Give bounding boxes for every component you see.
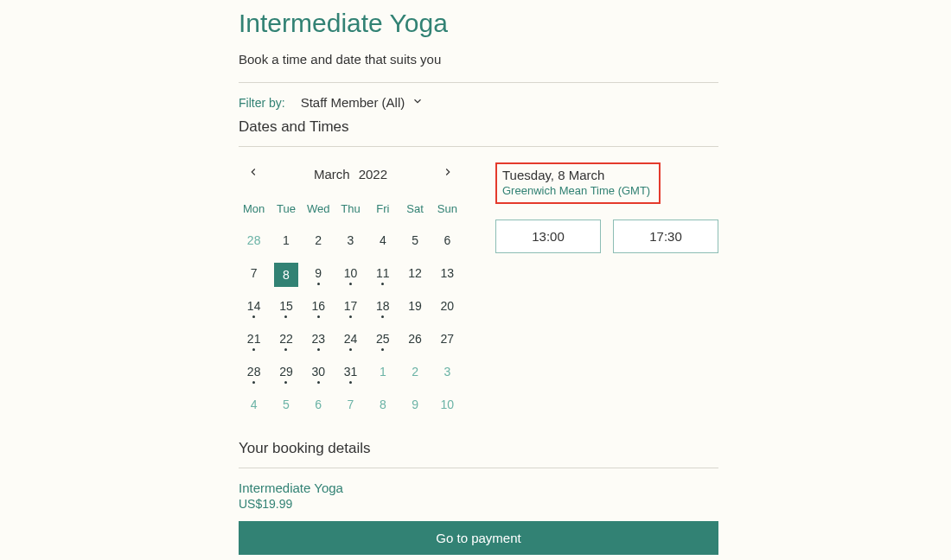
- calendar-year: 2022: [359, 167, 387, 181]
- availability-dot-icon: [381, 348, 384, 351]
- availability-dot-icon: [381, 283, 384, 285]
- calendar-day[interactable]: 3: [432, 359, 463, 390]
- weekday-label: Thu: [335, 197, 366, 226]
- availability-dot-icon: [381, 315, 384, 318]
- availability-dot-icon: [317, 381, 320, 384]
- calendar-day[interactable]: 10: [335, 260, 366, 291]
- calendar-day[interactable]: 11: [367, 260, 398, 291]
- availability-dot-icon: [349, 283, 352, 285]
- calendar-day[interactable]: 1: [367, 359, 398, 390]
- calendar-day[interactable]: 9: [303, 260, 334, 291]
- weekday-label: Tue: [271, 197, 301, 226]
- go-to-payment-button[interactable]: Go to payment: [239, 521, 718, 555]
- calendar-day[interactable]: 26: [399, 326, 430, 357]
- calendar-day[interactable]: 6: [432, 227, 463, 258]
- calendar-day[interactable]: 5: [271, 391, 301, 423]
- calendar-day[interactable]: 4: [367, 227, 398, 258]
- calendar-day[interactable]: 15: [271, 293, 301, 324]
- calendar-day[interactable]: 4: [239, 391, 269, 423]
- calendar-day[interactable]: 20: [432, 293, 463, 324]
- availability-dot-icon: [317, 348, 320, 351]
- calendar: March 2022 MonTueWedThuFriSatSun28123456…: [239, 162, 463, 423]
- calendar-day[interactable]: 3: [335, 227, 366, 258]
- availability-dot-icon: [349, 381, 352, 384]
- next-month-button[interactable]: [438, 162, 457, 185]
- availability-dot-icon: [284, 348, 287, 351]
- calendar-day[interactable]: 12: [399, 260, 430, 291]
- availability-dot-icon: [252, 381, 255, 384]
- time-slot-button[interactable]: 17:30: [613, 220, 718, 253]
- calendar-day[interactable]: 28: [239, 359, 269, 390]
- filter-value: Staff Member (All): [301, 95, 405, 110]
- availability-dot-icon: [284, 381, 287, 384]
- weekday-label: Fri: [367, 197, 398, 226]
- booking-item-name: Intermediate Yoga: [239, 480, 718, 495]
- prev-month-button[interactable]: [244, 162, 263, 185]
- calendar-day[interactable]: 7: [335, 391, 366, 423]
- weekday-label: Sat: [399, 197, 430, 226]
- calendar-day[interactable]: 6: [303, 391, 334, 423]
- page-title: Intermediate Yoga: [239, 9, 718, 38]
- filter-select[interactable]: Staff Member (All): [301, 95, 424, 110]
- availability-dot-icon: [284, 315, 287, 318]
- availability-dot-icon: [349, 315, 352, 318]
- page-subtitle: Book a time and date that suits you: [239, 52, 718, 67]
- weekday-label: Mon: [239, 197, 269, 226]
- calendar-day[interactable]: 18: [367, 293, 398, 324]
- calendar-day[interactable]: 30: [303, 359, 334, 390]
- calendar-day[interactable]: 7: [239, 260, 269, 291]
- weekday-label: Sun: [432, 197, 463, 226]
- calendar-day[interactable]: 5: [399, 227, 430, 258]
- selected-date-highlight: Tuesday, 8 March Greenwich Mean Time (GM…: [495, 162, 661, 204]
- calendar-day[interactable]: 24: [335, 326, 366, 357]
- calendar-day[interactable]: 2: [399, 359, 430, 390]
- availability-dot-icon: [252, 348, 255, 351]
- filter-label: Filter by:: [239, 96, 285, 110]
- calendar-day[interactable]: 13: [432, 260, 463, 291]
- availability-dot-icon: [349, 348, 352, 351]
- booking-heading: Your booking details: [239, 440, 718, 457]
- availability-dot-icon: [317, 315, 320, 318]
- calendar-day[interactable]: 8: [367, 391, 398, 423]
- time-slot-button[interactable]: 13:00: [495, 220, 601, 253]
- calendar-day[interactable]: 9: [399, 391, 430, 423]
- calendar-day[interactable]: 29: [271, 359, 301, 390]
- calendar-day[interactable]: 23: [303, 326, 334, 357]
- calendar-day[interactable]: 17: [335, 293, 366, 324]
- calendar-day[interactable]: 16: [303, 293, 334, 324]
- weekday-label: Wed: [303, 197, 334, 226]
- chevron-down-icon: [412, 95, 424, 110]
- calendar-day[interactable]: 21: [239, 326, 269, 357]
- calendar-day[interactable]: 2: [303, 227, 334, 258]
- calendar-day[interactable]: 27: [432, 326, 463, 357]
- availability-dot-icon: [252, 315, 255, 318]
- timezone-label: Greenwich Mean Time (GMT): [502, 184, 650, 197]
- availability-dot-icon: [317, 283, 320, 285]
- calendar-day[interactable]: 19: [399, 293, 430, 324]
- selected-date-label: Tuesday, 8 March: [502, 168, 650, 182]
- calendar-day[interactable]: 10: [432, 391, 463, 423]
- calendar-day[interactable]: 8: [271, 260, 301, 291]
- booking-item-price: US$19.99: [239, 497, 718, 511]
- dates-heading: Dates and Times: [239, 118, 718, 136]
- calendar-month: March: [314, 167, 350, 181]
- calendar-day[interactable]: 31: [335, 359, 366, 390]
- calendar-day[interactable]: 25: [367, 326, 398, 357]
- calendar-day[interactable]: 14: [239, 293, 269, 324]
- calendar-day[interactable]: 28: [239, 227, 269, 258]
- calendar-day[interactable]: 1: [271, 227, 301, 258]
- calendar-day[interactable]: 22: [271, 326, 301, 357]
- divider: [239, 468, 718, 468]
